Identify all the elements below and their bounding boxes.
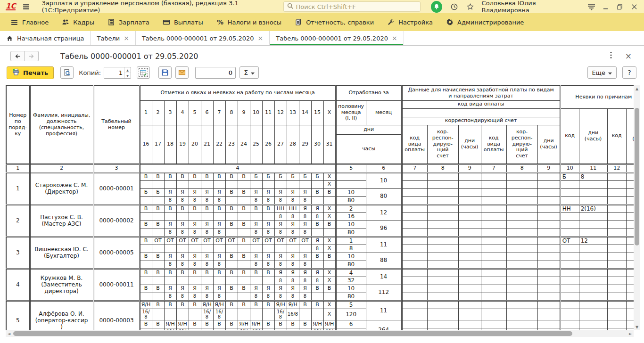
absence-cell [626, 320, 634, 328]
pay-cell [506, 196, 537, 204]
x-mark: X [323, 204, 336, 212]
current-user[interactable]: Соловьева Юлия Владимировна [482, 0, 579, 14]
pay-cell [537, 172, 560, 180]
restore-button[interactable] [615, 4, 625, 10]
row-number: 3 [6, 237, 30, 269]
minimize-button[interactable] [601, 4, 611, 10]
sigma-label: Σ [244, 69, 248, 76]
pay-cell [427, 220, 458, 229]
pay-cell [506, 261, 537, 269]
menu-item-glavnoe[interactable]: Главное [4, 13, 55, 31]
vertical-scrollbar[interactable]: ▲ ▼ [634, 85, 640, 330]
employee-tabnum: 0000-00001 [93, 172, 140, 204]
day-hours [311, 229, 323, 237]
day-mark: Я/Н [287, 301, 299, 309]
day-mark: В [201, 204, 213, 212]
menu-item-zarplata[interactable]: Зарплата [101, 13, 156, 31]
tab-close-icon[interactable]: × [124, 36, 129, 41]
day-hours [274, 245, 287, 253]
favorites-star-icon[interactable] [466, 3, 474, 11]
scroll-right-icon[interactable]: ► [627, 330, 634, 337]
history-icon[interactable] [450, 3, 458, 11]
menu-item-nastroyka[interactable]: Настройка [380, 13, 439, 31]
main-menu-icon[interactable] [22, 3, 30, 11]
pay-cell [402, 301, 427, 309]
col-number: 12 [607, 164, 626, 172]
pay-cell [537, 204, 560, 212]
pay-cell [458, 237, 481, 245]
day-mark: В [152, 253, 164, 261]
close-document-icon[interactable]: × [625, 53, 632, 59]
tab-3[interactable]: Табель 0000-000001 от 29.05.2020× [136, 31, 270, 45]
notifications-bell-icon[interactable] [431, 1, 442, 13]
x-mark: X [323, 237, 336, 245]
day-hours: 8 [299, 212, 311, 220]
preview-button[interactable] [60, 66, 74, 79]
employee-tabnum: 0000-00011 [93, 269, 140, 301]
scroll-up-icon[interactable]: ▲ [634, 85, 640, 92]
absence-cell [626, 229, 634, 237]
day-hours: 8 [164, 229, 176, 237]
number-field[interactable] [195, 67, 236, 79]
day-header: 13 [287, 100, 299, 125]
more-dots-icon[interactable] [610, 51, 612, 61]
day-mark: В [213, 204, 225, 212]
forward-button[interactable] [25, 51, 39, 61]
day-hours [238, 277, 250, 285]
tab-close-icon[interactable]: × [258, 36, 264, 41]
global-search-box[interactable] [283, 1, 421, 12]
print-button[interactable]: Печать [7, 66, 54, 79]
menu-item-nalogi[interactable]: %Налоги и взносы [210, 13, 288, 31]
caret-down-icon [608, 69, 612, 76]
copies-spinner[interactable]: ▲▼ [104, 67, 131, 79]
calc-icon [107, 18, 115, 26]
menu-item-kadry[interactable]: Кадры [55, 13, 101, 31]
menu-item-otchetnost[interactable]: Отчетность, справки [288, 13, 380, 31]
day-mark: В [189, 269, 201, 277]
vscroll-thumb[interactable] [635, 108, 639, 245]
col-number: 6 [366, 164, 402, 172]
tab-close-icon[interactable]: × [392, 36, 397, 41]
day-mark: Я [164, 188, 176, 196]
pay-cell [481, 320, 506, 328]
close-window-button[interactable] [629, 4, 639, 10]
day-hours [213, 277, 225, 285]
pay-sub-header: код вида оплаты [402, 125, 427, 164]
sum-button[interactable]: Σ [239, 66, 259, 79]
absence-cell [626, 245, 634, 253]
send-mail-button[interactable] [175, 66, 189, 79]
day-header: 2 [152, 100, 164, 125]
absence-cell [579, 220, 607, 229]
day-mark: Я [213, 188, 225, 196]
tools-menu-icon[interactable] [587, 3, 596, 10]
scroll-down-icon[interactable]: ▼ [634, 324, 640, 330]
spin-up-icon[interactable]: ▲ [124, 67, 131, 73]
menu-item-administrirovanie[interactable]: Администрирование [439, 13, 530, 31]
day-hours [250, 245, 262, 253]
absence-cell [607, 285, 626, 293]
tab-1[interactable]: Начальная страница [0, 31, 91, 45]
absence-days [579, 269, 607, 277]
help-button[interactable]: ? [622, 66, 636, 79]
col-header-pay-code-title: код вида оплаты [402, 100, 560, 108]
copies-input[interactable] [104, 67, 124, 78]
absence-cell [579, 277, 607, 285]
pay-cell [506, 301, 537, 309]
menu-icon [10, 18, 18, 26]
day-mark: НН [274, 204, 287, 212]
tab-4[interactable]: Табель 0000-000001 от 29.05.2020× [270, 31, 404, 45]
spin-down-icon[interactable]: ▼ [124, 73, 131, 78]
scroll-left-icon[interactable]: ◄ [6, 330, 12, 337]
edit-table-button[interactable] [137, 66, 150, 79]
back-button[interactable] [10, 51, 25, 61]
menu-item-vyplaty[interactable]: Выплаты [156, 13, 210, 31]
horizontal-scrollbar[interactable]: ◄ ► [6, 330, 634, 337]
pay-cell [537, 261, 560, 269]
day-header: 17 [152, 125, 164, 164]
half1-days: 5 [336, 301, 366, 309]
save-button[interactable] [158, 66, 172, 79]
hscroll-thumb[interactable] [13, 331, 572, 336]
tab-2[interactable]: Табели× [91, 31, 135, 45]
search-input[interactable] [296, 3, 417, 10]
more-button[interactable]: Еще [587, 66, 617, 79]
